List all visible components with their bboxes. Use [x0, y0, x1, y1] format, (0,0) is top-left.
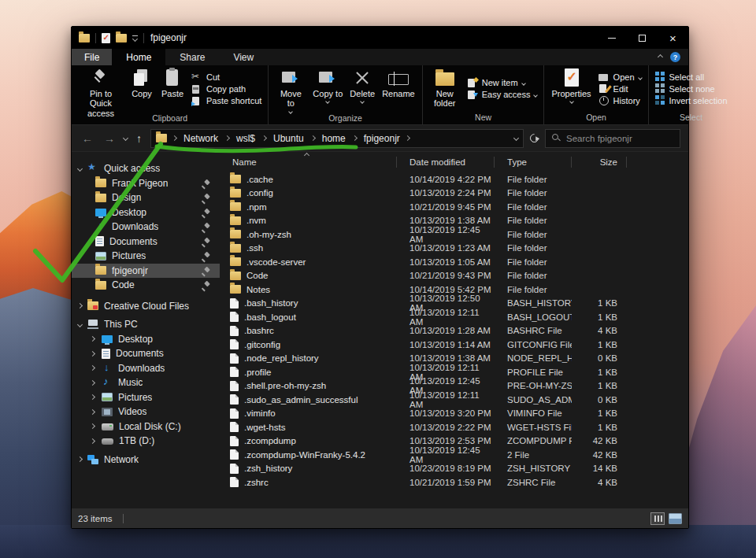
sidebar-item[interactable]: Pictures: [72, 390, 220, 405]
rename-button[interactable]: Rename: [379, 67, 418, 111]
file-row[interactable]: .zcompdump-WinFranky-5.4.2 10/13/2019 12…: [220, 448, 688, 462]
breadcrumb-bar[interactable]: Network wsl$ Ubuntu home fpigeonjr: [150, 129, 524, 148]
sidebar-item[interactable]: Design: [72, 190, 220, 205]
chevron-right-icon[interactable]: [90, 394, 95, 400]
file-row[interactable]: .zsh_history 10/23/2019 8:19 PM ZSH_HIST…: [220, 462, 688, 476]
tab-file[interactable]: File: [72, 49, 112, 65]
file-row[interactable]: .oh-my-zsh 10/13/2019 12:45 AM File fold…: [220, 227, 688, 242]
sidebar-item[interactable]: Downloads: [72, 361, 220, 376]
file-row[interactable]: Code 10/21/2019 9:43 PM File folder: [220, 269, 688, 283]
file-row[interactable]: .cache 10/14/2019 4:22 PM File folder: [220, 172, 688, 187]
sidebar-item[interactable]: Desktop: [72, 332, 220, 347]
title-bar[interactable]: fpigeonjr ×: [72, 27, 688, 49]
maximize-button[interactable]: [627, 27, 658, 49]
history-button[interactable]: History: [595, 95, 644, 105]
minimize-button[interactable]: [596, 27, 627, 49]
column-header-size[interactable]: Size: [572, 152, 627, 172]
sidebar-item[interactable]: Frank Pigeon: [72, 176, 220, 191]
sidebar-section-quick-access[interactable]: Quick access: [72, 161, 220, 176]
sidebar-item[interactable]: 1TB (D:): [72, 434, 220, 449]
cut-button[interactable]: Cut: [188, 72, 264, 83]
qat-properties-icon[interactable]: [102, 33, 110, 43]
address-dropdown-icon[interactable]: [513, 135, 519, 141]
breadcrumb-item[interactable]: Network: [183, 133, 218, 144]
pin-icon[interactable]: [202, 267, 210, 275]
paste-button[interactable]: Paste: [158, 67, 187, 111]
sidebar-item[interactable]: fpigeonjr: [72, 264, 220, 279]
easy-access-button[interactable]: Easy access: [464, 90, 540, 100]
chevron-right-icon[interactable]: [77, 456, 83, 462]
select-all-button[interactable]: Select all: [653, 72, 730, 82]
sidebar-item[interactable]: Documents: [72, 346, 220, 361]
chevron-right-icon[interactable]: [90, 409, 95, 415]
edit-button[interactable]: Edit: [595, 83, 644, 94]
thumbnails-view-button[interactable]: [669, 513, 682, 524]
file-row[interactable]: .viminfo 10/13/2019 3:20 PM VIMINFO File…: [220, 407, 688, 421]
file-row[interactable]: .ssh 10/13/2019 1:23 AM File folder: [220, 242, 688, 256]
chevron-down-icon[interactable]: [77, 166, 83, 172]
chevron-right-icon[interactable]: [90, 438, 95, 444]
chevron-right-icon[interactable]: [90, 380, 95, 386]
file-row[interactable]: .bashrc 10/13/2019 1:28 AM BASHRC File 4…: [220, 324, 688, 338]
sidebar-section-this-pc[interactable]: This PC: [72, 317, 220, 332]
copy-path-button[interactable]: Copy path: [188, 84, 264, 94]
search-box[interactable]: [545, 129, 680, 148]
copy-to-button[interactable]: Copy to: [309, 67, 346, 111]
pin-icon[interactable]: [202, 252, 210, 261]
tab-view[interactable]: View: [219, 49, 268, 65]
sidebar-item[interactable]: Music: [72, 375, 220, 390]
column-header-name[interactable]: Name: [220, 152, 397, 172]
new-folder-button[interactable]: New folder: [427, 67, 463, 110]
qat-customize-icon[interactable]: [132, 35, 138, 41]
chevron-right-icon[interactable]: [90, 423, 95, 429]
pin-icon[interactable]: [202, 281, 210, 290]
breadcrumb-item[interactable]: Ubuntu: [273, 133, 304, 144]
breadcrumb-item[interactable]: fpigeonjr: [364, 133, 400, 144]
breadcrumb-item[interactable]: wsl$: [236, 133, 255, 144]
sidebar-item[interactable]: Videos: [72, 405, 220, 419]
column-header-date-modified[interactable]: Date modified: [397, 152, 495, 172]
forward-button[interactable]: →: [102, 133, 117, 144]
help-icon[interactable]: ?: [670, 52, 680, 62]
sidebar-item[interactable]: Code: [72, 278, 220, 293]
back-button[interactable]: ←: [80, 133, 95, 144]
up-button[interactable]: ↑: [134, 133, 144, 144]
pin-to-quick-access-button[interactable]: Pin to Quick access: [76, 67, 126, 111]
sidebar-item[interactable]: Local Disk (C:): [72, 419, 220, 434]
sidebar-item-creative-cloud-files[interactable]: Creative Cloud Files: [72, 299, 220, 314]
file-row[interactable]: .wget-hsts 10/13/2019 2:22 PM WGET-HSTS …: [220, 420, 688, 434]
delete-button[interactable]: Delete: [346, 67, 378, 111]
file-row[interactable]: .sudo_as_admin_successful 10/13/2019 12:…: [220, 393, 688, 407]
search-input[interactable]: [566, 134, 673, 143]
file-row[interactable]: .zshrc 10/21/2019 1:59 PM ZSHRC File 4 K…: [220, 475, 688, 490]
file-row[interactable]: .gitconfig 10/13/2019 1:14 AM GITCONFIG …: [220, 338, 688, 352]
file-row[interactable]: .vscode-server 10/13/2019 1:05 AM File f…: [220, 255, 688, 269]
move-to-button[interactable]: Move to: [272, 67, 309, 111]
chevron-right-icon[interactable]: [90, 351, 95, 357]
close-button[interactable]: ×: [658, 27, 688, 49]
pin-icon[interactable]: [202, 179, 210, 188]
sidebar-item[interactable]: Desktop: [72, 205, 220, 220]
chevron-right-icon[interactable]: [90, 365, 95, 371]
pin-icon[interactable]: [202, 223, 210, 231]
open-button[interactable]: Open: [595, 72, 644, 82]
column-header-type[interactable]: Type: [495, 152, 572, 172]
chevron-right-icon[interactable]: [90, 336, 95, 342]
sidebar-item[interactable]: Documents: [72, 235, 220, 249]
qat-new-folder-icon[interactable]: [116, 34, 127, 42]
collapse-ribbon-icon[interactable]: [658, 54, 663, 60]
breadcrumb-item[interactable]: home: [322, 133, 346, 144]
recent-locations-icon[interactable]: [123, 135, 128, 141]
pin-icon[interactable]: [202, 194, 210, 202]
file-row[interactable]: .npm 10/21/2019 9:45 PM File folder: [220, 200, 688, 214]
file-row[interactable]: .bash_logout 10/13/2019 12:11 AM BASH_LO…: [220, 310, 688, 324]
tab-home[interactable]: Home: [112, 49, 165, 65]
refresh-icon[interactable]: [528, 132, 541, 145]
sidebar-item-network[interactable]: Network: [72, 453, 220, 467]
pin-icon[interactable]: [202, 209, 210, 217]
details-view-button[interactable]: [650, 512, 665, 525]
chevron-down-icon[interactable]: [77, 322, 83, 327]
file-row[interactable]: .config 10/13/2019 2:24 PM File folder: [220, 187, 688, 201]
select-none-button[interactable]: Select none: [653, 83, 730, 94]
invert-selection-button[interactable]: Invert selection: [653, 95, 730, 105]
